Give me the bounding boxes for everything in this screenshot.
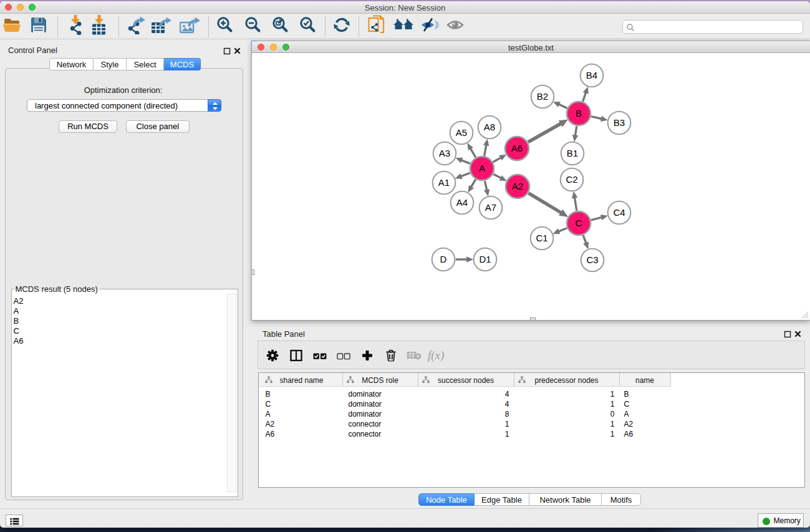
show-columns-icon[interactable]: [290, 350, 302, 364]
mcds-result-item[interactable]: A: [14, 306, 24, 316]
graph-node-A2[interactable]: A2: [506, 175, 529, 198]
graph-node-A[interactable]: A: [470, 157, 494, 180]
unselect-all-icon[interactable]: [337, 351, 350, 362]
float-table-panel-icon[interactable]: [785, 332, 791, 337]
zoom-fit-icon[interactable]: [271, 16, 289, 37]
table-row[interactable]: Bdominator41B: [259, 389, 804, 399]
refresh-icon[interactable]: [333, 16, 350, 36]
edge-A2-C[interactable]: [529, 193, 562, 213]
graph-node-A6[interactable]: A6: [505, 137, 529, 160]
edge-B-B3[interactable]: [591, 116, 602, 118]
column-header-MCDS-role[interactable]: MCDS role: [343, 373, 418, 387]
edge-A-A1[interactable]: [460, 173, 470, 177]
graph-node-D[interactable]: D: [432, 248, 455, 271]
table-row[interactable]: Cdominator41C: [259, 399, 804, 409]
edge-C-C2[interactable]: [574, 196, 577, 210]
mcds-result-item[interactable]: C: [14, 326, 24, 336]
graph-node-A8[interactable]: A8: [478, 115, 501, 138]
mcds-result-item[interactable]: B: [14, 316, 24, 326]
float-panel-icon[interactable]: [224, 49, 230, 54]
tab-node-table[interactable]: Node Table: [418, 493, 475, 506]
graph-node-B2[interactable]: B2: [531, 85, 554, 108]
edge-B-B4[interactable]: [583, 92, 586, 101]
bottom-edge-handle[interactable]: [530, 317, 536, 321]
node-table[interactable]: shared name MCDS role successor nodes pr…: [258, 372, 805, 488]
table-row[interactable]: A2connector11A2: [259, 419, 804, 429]
home-layout-icon[interactable]: [393, 17, 414, 36]
run-mcds-button[interactable]: Run MCDS: [59, 120, 117, 133]
save-session-icon[interactable]: [30, 16, 47, 36]
edge-C-C4[interactable]: [591, 217, 602, 220]
edge-A-A7[interactable]: [485, 181, 487, 191]
edge-A-A8[interactable]: [485, 144, 486, 155]
table-settings-icon[interactable]: [266, 350, 278, 364]
graph-node-C2[interactable]: C2: [561, 168, 584, 191]
add-column-icon[interactable]: [362, 351, 372, 364]
column-header-shared-name[interactable]: shared name: [261, 373, 343, 387]
show-panel-icon[interactable]: [446, 18, 465, 34]
edge-C-C3[interactable]: [583, 235, 586, 244]
tab-network[interactable]: Network: [49, 58, 94, 70]
resize-grip-icon[interactable]: [800, 310, 809, 319]
search-input[interactable]: [637, 21, 799, 32]
network-window-titlebar[interactable]: testGlobe.txt: [252, 41, 810, 53]
table-row[interactable]: A6connector11A6: [259, 429, 804, 439]
graph-node-B[interactable]: B: [567, 102, 591, 125]
edge-A-A3[interactable]: [461, 160, 470, 163]
graph-node-C3[interactable]: C3: [581, 248, 604, 271]
mcds-result-item[interactable]: A2: [14, 296, 24, 306]
tab-style[interactable]: Style: [94, 58, 127, 70]
tab-network-table[interactable]: Network Table: [529, 493, 602, 506]
edge-A-A4[interactable]: [471, 179, 476, 187]
column-header-name[interactable]: name: [620, 373, 671, 387]
left-edge-handle[interactable]: [251, 269, 254, 275]
zoom-selected-icon[interactable]: [298, 16, 317, 37]
zoom-in-icon[interactable]: [215, 16, 234, 37]
close-table-panel-icon[interactable]: [796, 332, 800, 336]
edge-A6-B[interactable]: [528, 123, 562, 142]
export-network-icon[interactable]: [125, 16, 147, 37]
tab-motifs[interactable]: Motifs: [602, 493, 641, 506]
import-table-icon[interactable]: [90, 15, 108, 37]
criterion-dropdown[interactable]: largest connected component (directed): [27, 99, 221, 112]
tab-mcds[interactable]: MCDS: [164, 58, 201, 70]
search-box[interactable]: [622, 20, 803, 34]
import-network-icon[interactable]: [66, 15, 85, 37]
graph-node-C4[interactable]: C4: [608, 201, 631, 224]
export-table-icon[interactable]: [151, 16, 172, 37]
hide-panel-icon[interactable]: [420, 17, 439, 36]
delete-column-icon[interactable]: [385, 350, 396, 364]
graph-node-B3[interactable]: B3: [608, 111, 631, 134]
close-panel-button[interactable]: Close panel: [126, 120, 190, 133]
graph-node-D1[interactable]: D1: [474, 248, 497, 271]
graph-node-A5[interactable]: A5: [450, 121, 473, 144]
graph-node-A3[interactable]: A3: [433, 142, 456, 165]
column-header-predecessor-nodes[interactable]: predecessor nodes: [514, 373, 620, 387]
table-row[interactable]: Adominator80A: [259, 409, 804, 419]
edge-B-B2[interactable]: [558, 104, 567, 108]
open-file-icon[interactable]: [2, 16, 22, 37]
close-panel-icon[interactable]: [235, 49, 239, 53]
network-canvas[interactable]: B4 B2 B B3 A5 A8 A6 A3 B1 A A1 C2 A2: [252, 53, 809, 321]
tab-edge-table[interactable]: Edge Table: [475, 493, 529, 506]
graph-node-A4[interactable]: A4: [451, 191, 474, 214]
mcds-list-scrollbar[interactable]: [227, 294, 236, 493]
graph-node-B1[interactable]: B1: [561, 142, 584, 165]
edge-B-B1[interactable]: [575, 126, 577, 136]
task-history-button[interactable]: [6, 515, 23, 526]
memory-button[interactable]: Memory: [758, 513, 804, 528]
edge-A-A2[interactable]: [493, 174, 501, 178]
mcds-result-list[interactable]: A2ABCA6: [14, 296, 24, 347]
column-header-successor-nodes[interactable]: successor nodes: [418, 373, 514, 387]
tab-select[interactable]: Select: [127, 58, 164, 70]
edge-A-A5[interactable]: [470, 148, 476, 157]
graph-node-A1[interactable]: A1: [433, 171, 456, 194]
export-image-icon[interactable]: [180, 16, 201, 37]
graph-node-B4[interactable]: B4: [581, 64, 604, 87]
zoom-out-icon[interactable]: [243, 16, 262, 37]
clone-network-icon[interactable]: [367, 15, 386, 37]
select-all-icon[interactable]: [313, 351, 327, 362]
graph-node-C1[interactable]: C1: [531, 226, 554, 249]
edge-C-C1[interactable]: [558, 228, 567, 231]
graph-node-C[interactable]: C: [567, 211, 591, 235]
